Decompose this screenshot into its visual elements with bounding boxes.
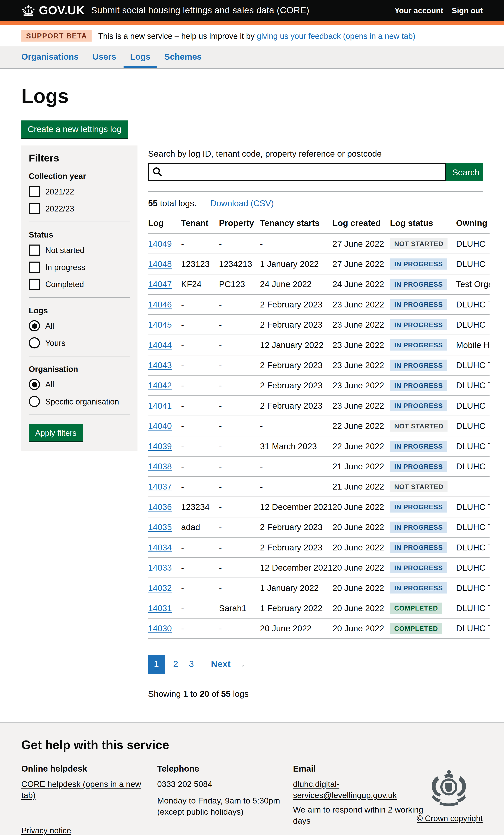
- log-link-14044[interactable]: 14044: [148, 340, 172, 349]
- checkbox-option-in-progress[interactable]: In progress: [29, 262, 130, 273]
- search-label: Search by log ID, tenant code, property …: [148, 149, 483, 159]
- log-link-14037[interactable]: 14037: [148, 482, 172, 491]
- privacy-notice-link[interactable]: Privacy notice: [21, 826, 71, 835]
- tenancy-starts-cell: 1 February 2022: [260, 603, 332, 613]
- radio-all[interactable]: [29, 320, 40, 331]
- pagination-page-2[interactable]: 2: [173, 659, 178, 670]
- govuk-logo[interactable]: GOV.UK: [21, 3, 85, 17]
- log-status-cell: IN PROGRESS: [390, 562, 456, 573]
- column-header-tenant: Tenant: [181, 219, 219, 228]
- nav-tab-organisations[interactable]: Organisations: [21, 46, 79, 68]
- log-link-14046[interactable]: 14046: [148, 300, 172, 309]
- radio-option-specific-organisation[interactable]: Specific organisation: [29, 396, 130, 407]
- log-link-14035[interactable]: 14035: [148, 523, 172, 532]
- log-status-cell: IN PROGRESS: [390, 319, 456, 330]
- radio-specific-organisation[interactable]: [29, 396, 40, 407]
- radio-option-all[interactable]: All: [29, 379, 130, 390]
- option-label: Completed: [45, 280, 84, 289]
- log-created-cell: 22 June 2022: [332, 442, 390, 451]
- log-link-14049[interactable]: 14049: [148, 239, 172, 248]
- footer-telephone-column: Telephone 0333 202 5084 Monday to Friday…: [157, 764, 293, 830]
- log-status-cell: IN PROGRESS: [390, 279, 456, 290]
- log-link-14039[interactable]: 14039: [148, 442, 172, 450]
- checkbox-completed[interactable]: [29, 279, 40, 290]
- table-row: 14044--12 January 202223 June 2022IN PRO…: [148, 335, 489, 355]
- your-account-link[interactable]: Your account: [395, 6, 443, 15]
- owning-org-cell: DLUHC: [456, 401, 490, 411]
- tenancy-starts-cell: 2 February 2023: [260, 543, 332, 552]
- log-link-14042[interactable]: 14042: [148, 381, 172, 390]
- footer-heading: Get help with this service: [21, 738, 483, 752]
- tenancy-starts-cell: 31 March 2023: [260, 442, 332, 451]
- column-header-owning-or: Owning or: [456, 219, 490, 228]
- results-section: Search by log ID, tenant code, property …: [148, 145, 483, 699]
- log-status-cell: NOT STARTED: [390, 421, 456, 432]
- owning-org-cell: DLUHC Tes: [456, 603, 490, 613]
- pagination-page-3[interactable]: 3: [189, 659, 194, 670]
- search-button[interactable]: Search: [446, 163, 483, 181]
- log-id-cell: 14041: [148, 401, 181, 411]
- download-csv-link[interactable]: Download (CSV): [210, 199, 274, 208]
- support-beta-tag: SUPPORT BETA: [21, 30, 92, 42]
- checkbox-option-2022-23[interactable]: 2022/23: [29, 203, 130, 214]
- service-name[interactable]: Submit social housing lettings and sales…: [91, 5, 309, 16]
- log-link-14040[interactable]: 14040: [148, 421, 172, 430]
- checkbox-option-not-started[interactable]: Not started: [29, 244, 130, 256]
- status-badge: NOT STARTED: [390, 421, 448, 432]
- log-link-14043[interactable]: 14043: [148, 360, 172, 369]
- checkbox-2021-22[interactable]: [29, 186, 40, 197]
- radio-option-yours[interactable]: Yours: [29, 337, 130, 348]
- tenant-cell: -: [181, 482, 219, 492]
- sign-out-link[interactable]: Sign out: [452, 6, 483, 15]
- pagination-page-1[interactable]: 1: [148, 655, 165, 674]
- tenancy-starts-cell: 12 December 2021: [260, 563, 332, 572]
- create-lettings-log-button[interactable]: Create a new lettings log: [21, 120, 128, 138]
- tenant-cell: -: [181, 624, 219, 633]
- search-input[interactable]: [148, 163, 446, 181]
- log-link-14045[interactable]: 14045: [148, 320, 172, 329]
- log-created-cell: 24 June 2022: [332, 280, 390, 289]
- checkbox-not-started[interactable]: [29, 244, 40, 256]
- radio-all[interactable]: [29, 379, 40, 390]
- radio-yours[interactable]: [29, 337, 40, 348]
- nav-tab-schemes[interactable]: Schemes: [164, 46, 202, 68]
- page: GOV.UK Submit social housing lettings an…: [0, 0, 504, 835]
- log-id-cell: 14038: [148, 462, 181, 471]
- pagination-next-link[interactable]: Next: [211, 659, 230, 670]
- table-row: 14038---21 June 2022IN PROGRESSDLUHC: [148, 456, 489, 477]
- owning-org-cell: DLUHC Tes: [456, 381, 490, 390]
- status-badge: IN PROGRESS: [390, 299, 447, 310]
- crown-copyright-link[interactable]: © Crown copyright: [417, 814, 483, 822]
- status-badge: IN PROGRESS: [390, 339, 447, 350]
- logs-table-body: 14049---27 June 2022NOT STARTEDDLUHC1404…: [148, 234, 489, 639]
- core-helpdesk-link[interactable]: CORE helpdesk (opens in a new tab): [21, 779, 141, 800]
- log-link-14036[interactable]: 14036: [148, 502, 172, 511]
- checkbox-option-2021-22[interactable]: 2021/22: [29, 186, 130, 197]
- log-link-14032[interactable]: 14032: [148, 583, 172, 592]
- log-link-14031[interactable]: 14031: [148, 603, 172, 612]
- log-link-14047[interactable]: 14047: [148, 280, 172, 288]
- log-id-cell: 14032: [148, 583, 181, 593]
- checkbox-2022-23[interactable]: [29, 203, 40, 214]
- checkbox-in-progress[interactable]: [29, 262, 40, 273]
- table-row: 14049---27 June 2022NOT STARTEDDLUHC: [148, 234, 489, 254]
- feedback-link[interactable]: giving us your feedback (opens in a new …: [257, 31, 416, 40]
- nav-tab-users[interactable]: Users: [93, 46, 116, 68]
- table-row: 14047KF24PC12324 June 202224 June 2022IN…: [148, 274, 489, 294]
- property-cell: 1234213: [219, 259, 260, 269]
- email-link[interactable]: dluhc.digital-services@levellingup.gov.u…: [293, 779, 397, 800]
- nav-tab-logs[interactable]: Logs: [130, 46, 150, 68]
- log-id-cell: 14039: [148, 442, 181, 451]
- footer-helpdesk-column: Online helpdesk CORE helpdesk (opens in …: [21, 764, 157, 830]
- log-link-14038[interactable]: 14038: [148, 462, 172, 471]
- log-link-14034[interactable]: 14034: [148, 543, 172, 552]
- apply-filters-button[interactable]: Apply filters: [29, 424, 83, 441]
- radio-option-all[interactable]: All: [29, 320, 130, 331]
- log-link-14048[interactable]: 14048: [148, 259, 172, 268]
- log-created-cell: 23 June 2022: [332, 320, 390, 329]
- log-link-14041[interactable]: 14041: [148, 401, 172, 410]
- checkbox-option-completed[interactable]: Completed: [29, 279, 130, 290]
- log-link-14030[interactable]: 14030: [148, 624, 172, 633]
- log-link-14033[interactable]: 14033: [148, 563, 172, 572]
- log-id-cell: 14047: [148, 280, 181, 289]
